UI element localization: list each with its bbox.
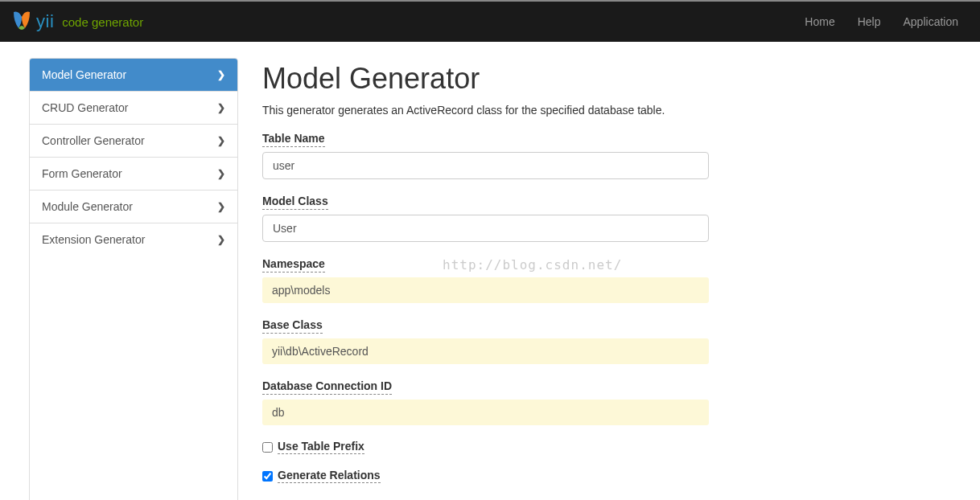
generate-relations-checkbox[interactable] (262, 471, 273, 482)
db-conn-value[interactable]: db (262, 400, 709, 425)
use-table-prefix-checkbox[interactable] (262, 442, 273, 453)
chevron-right-icon: ❯ (217, 69, 225, 80)
chevron-right-icon: ❯ (217, 135, 225, 146)
nav-links: Home Help Application (805, 15, 968, 28)
sidebar-item-extension-generator[interactable]: Extension Generator ❯ (30, 223, 237, 256)
main-content: Model Generator This generator generates… (262, 58, 978, 500)
sidebar: Model Generator ❯ CRUD Generator ❯ Contr… (29, 58, 238, 500)
brand-title: yii (36, 11, 54, 32)
navbar: yii code generator Home Help Application (0, 2, 980, 42)
nav-home[interactable]: Home (805, 15, 834, 28)
brand[interactable]: yii code generator (12, 10, 143, 33)
namespace-value[interactable]: app\models (262, 277, 709, 303)
table-name-label: Table Name (262, 132, 325, 147)
sidebar-item-crud-generator[interactable]: CRUD Generator ❯ (30, 92, 237, 125)
sidebar-item-label: Controller Generator (42, 134, 145, 147)
chevron-right-icon: ❯ (217, 168, 225, 179)
model-class-input[interactable] (262, 215, 709, 242)
sidebar-item-label: CRUD Generator (42, 101, 128, 114)
sidebar-item-label: Form Generator (42, 167, 122, 180)
use-table-prefix-label: Use Table Prefix (278, 440, 364, 454)
yii-logo-icon (12, 10, 31, 33)
page-description: This generator generates an ActiveRecord… (262, 104, 946, 117)
nav-help[interactable]: Help (858, 15, 881, 28)
base-class-label: Base Class (262, 318, 323, 334)
chevron-right-icon: ❯ (217, 234, 225, 245)
sidebar-item-module-generator[interactable]: Module Generator ❯ (30, 191, 237, 223)
chevron-right-icon: ❯ (217, 201, 225, 212)
namespace-label: Namespace (262, 257, 325, 273)
nav-application[interactable]: Application (904, 15, 959, 28)
sidebar-item-form-generator[interactable]: Form Generator ❯ (30, 158, 237, 191)
db-conn-label: Database Connection ID (262, 379, 392, 395)
sidebar-item-model-generator[interactable]: Model Generator ❯ (30, 59, 237, 92)
base-class-value[interactable]: yii\db\ActiveRecord (262, 338, 709, 364)
page-title: Model Generator (262, 62, 946, 96)
sidebar-item-label: Module Generator (42, 200, 133, 213)
model-class-label: Model Class (262, 195, 328, 210)
table-name-input[interactable] (262, 152, 709, 179)
chevron-right-icon: ❯ (217, 102, 225, 113)
sidebar-item-label: Extension Generator (42, 233, 145, 246)
brand-subtitle: code generator (62, 15, 143, 29)
generate-relations-label: Generate Relations (278, 469, 381, 483)
sidebar-item-controller-generator[interactable]: Controller Generator ❯ (30, 125, 237, 158)
sidebar-item-label: Model Generator (42, 68, 126, 81)
